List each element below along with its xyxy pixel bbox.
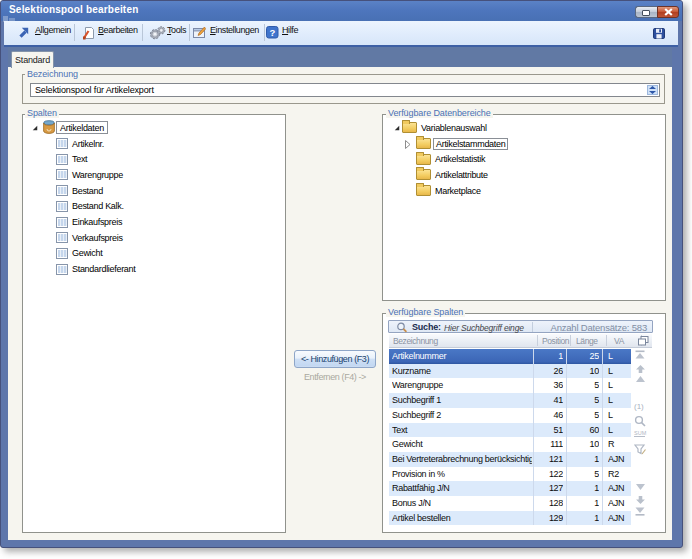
svg-text:?: ?: [269, 27, 275, 38]
